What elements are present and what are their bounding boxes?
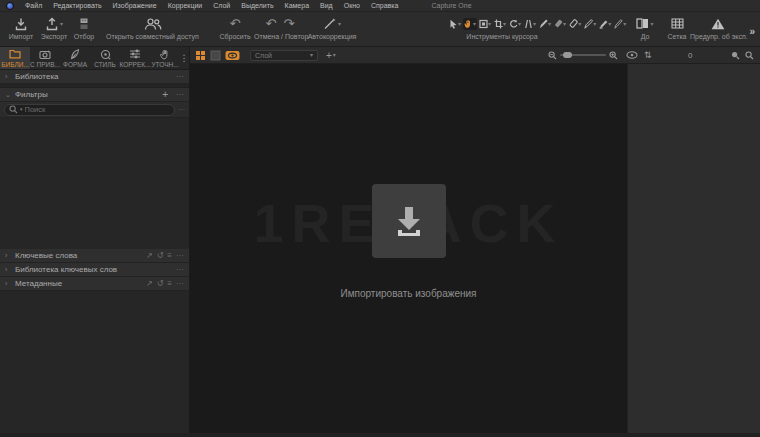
sidebar-empty-area — [0, 291, 189, 434]
reset-icon: ↶ — [216, 15, 254, 32]
before-after-icon: ▾ — [628, 15, 662, 32]
app-title: Capture One — [431, 2, 471, 9]
share-people-icon — [105, 15, 200, 32]
before-after-button[interactable]: ▾ До — [628, 15, 662, 40]
menu-file[interactable]: Файл — [25, 2, 42, 9]
eraser-soft-tool[interactable]: ▾ — [568, 18, 582, 30]
search-row: ▾ ··· — [0, 102, 189, 118]
tabs-overflow-menu[interactable]: ⋮ — [180, 47, 188, 69]
collapse-arrow-icon[interactable]: › — [5, 280, 11, 287]
menu-window[interactable]: Окно — [344, 2, 360, 9]
redo-icon[interactable]: ↷ — [284, 17, 295, 30]
menu-help[interactable]: Справка — [371, 2, 398, 9]
menu-image[interactable]: Изображение — [113, 2, 157, 9]
keystone-tool[interactable]: ▾ — [523, 18, 537, 30]
reset-icon[interactable]: ↺ — [157, 251, 164, 260]
import-dropzone[interactable] — [372, 184, 446, 258]
tab-shape[interactable]: ФОРМА — [60, 47, 90, 69]
import-caption[interactable]: Импортировать изображения — [190, 288, 627, 299]
reset-icon[interactable]: ↺ — [157, 279, 164, 288]
select-arrow-tool[interactable]: ▾ — [448, 18, 462, 30]
keywords-section-header[interactable]: › Ключевые слова ↗ ↺ ≡ ··· — [0, 249, 189, 263]
tab-refine[interactable]: УТОЧН... — [150, 47, 180, 69]
zoom-out-icon[interactable] — [548, 51, 557, 60]
collapse-arrow-icon[interactable]: › — [5, 73, 11, 80]
share-button[interactable]: Открыть совместный доступ — [105, 15, 200, 40]
tab-library[interactable]: БИБЛИ... — [0, 47, 30, 69]
search-options-icon[interactable]: ··· — [178, 106, 185, 113]
feather-icon — [70, 48, 80, 60]
keyword-library-section-header[interactable]: › Библиотека ключевых слов ··· — [0, 263, 189, 277]
filters-section-header[interactable]: ⌄ Фильтры + ··· — [0, 88, 189, 102]
section-menu-icon[interactable]: ··· — [176, 265, 184, 274]
copy-adjustments-icon[interactable]: ↗ — [146, 251, 153, 260]
layer-selector[interactable]: Слой ▾ — [250, 50, 318, 61]
styles-brush-icon — [100, 48, 111, 60]
cull-icon — [70, 15, 98, 32]
import-button[interactable]: Импорт — [4, 15, 38, 40]
reset-adjustments-button[interactable]: ↶ Сбросить — [216, 15, 254, 40]
browser-search-icon[interactable] — [745, 51, 754, 60]
sort-order-icon[interactable]: ⇅ — [644, 50, 652, 60]
menu-view[interactable]: Вид — [320, 2, 333, 9]
add-layer-button[interactable]: +▾ — [326, 50, 336, 61]
expand-arrow-icon[interactable]: ⌄ — [5, 91, 11, 99]
marker-tool[interactable]: ▾ — [598, 18, 612, 30]
copy-adjustments-icon[interactable]: ↗ — [146, 279, 153, 288]
browser-filter-icon[interactable] — [731, 51, 740, 60]
add-filter-icon[interactable]: + — [162, 90, 168, 100]
menu-layer[interactable]: Слой — [213, 2, 230, 9]
search-input-container[interactable]: ▾ — [4, 104, 175, 116]
cull-button[interactable]: Отбор — [70, 15, 98, 40]
cursor-tools-label: Инструменты курсора — [442, 33, 562, 40]
search-input[interactable] — [25, 105, 170, 114]
pen-alt-tool[interactable]: ▾ — [583, 18, 597, 30]
crop-tool[interactable]: ▾ — [493, 18, 507, 30]
browser-view-eye-icon[interactable] — [626, 51, 638, 59]
library-section-header[interactable]: › Библиотека ··· — [0, 70, 189, 84]
cursor-tools-group: ▾ ▾ ▾ ▾ ▾ ▾ ▾ — [448, 15, 590, 40]
collapse-arrow-icon[interactable]: › — [5, 252, 11, 259]
undo-redo-buttons[interactable]: ↶ ↷ Отмена / Повтор — [254, 15, 306, 40]
pen-fine-tool[interactable]: ▾ — [613, 18, 627, 30]
exposure-warning-button[interactable]: Предупр. об эксп. — [690, 15, 746, 40]
section-menu-icon[interactable]: ··· — [176, 91, 184, 99]
rotate-tool[interactable]: ▾ — [508, 18, 522, 30]
grid-button[interactable]: Сетка — [662, 15, 692, 40]
zoom-slider[interactable] — [560, 54, 606, 56]
tab-capture-tethered[interactable]: С ПРИВ... — [30, 47, 60, 69]
zoom-slider-handle[interactable] — [563, 52, 572, 58]
section-menu-icon[interactable]: ··· — [176, 279, 184, 288]
mask-frame-tool[interactable]: ▾ — [478, 18, 492, 30]
eraser-tool[interactable]: ▾ — [553, 18, 567, 30]
metadata-section-header[interactable]: › Метаданные ↗ ↺ ≡ ··· — [0, 277, 189, 291]
proof-view-icon[interactable] — [225, 50, 240, 61]
import-icon — [4, 15, 38, 32]
undo-icon[interactable]: ↶ — [266, 17, 277, 30]
presets-icon[interactable]: ≡ — [167, 251, 172, 260]
presets-icon[interactable]: ≡ — [167, 279, 172, 288]
collapse-arrow-icon[interactable]: › — [5, 266, 11, 273]
browser-panel[interactable] — [627, 64, 760, 433]
tab-styles[interactable]: СТИЛЬ — [90, 47, 120, 69]
menu-select[interactable]: Выделить — [241, 2, 273, 9]
section-menu-icon[interactable]: ··· — [176, 73, 184, 81]
tab-adjustments[interactable]: КОРРЕК... — [120, 47, 150, 69]
menu-camera[interactable]: Камера — [285, 2, 309, 9]
pan-hand-tool[interactable]: ▾ — [463, 18, 477, 30]
autocorrect-button[interactable]: ▾ Автокоррекция — [304, 15, 360, 40]
export-button[interactable]: ▾ Экспорт — [38, 15, 70, 40]
search-scope-chevron-icon[interactable]: ▾ — [20, 107, 23, 112]
folder-icon — [9, 48, 21, 60]
multi-view-icon[interactable] — [195, 50, 206, 61]
menu-adjustments[interactable]: Коррекции — [168, 2, 203, 9]
magic-wand-icon: ▾ — [304, 15, 360, 32]
single-view-icon[interactable] — [210, 50, 221, 61]
bottom-edge-strip — [0, 433, 760, 437]
section-menu-icon[interactable]: ··· — [176, 251, 184, 260]
toolbar-overflow-button[interactable]: » — [749, 26, 755, 37]
zoom-in-icon[interactable] — [609, 51, 618, 60]
menu-edit[interactable]: Редактировать — [53, 2, 101, 9]
browser-search-tools — [731, 51, 754, 60]
draw-pen-tool[interactable]: ▾ — [538, 18, 552, 30]
